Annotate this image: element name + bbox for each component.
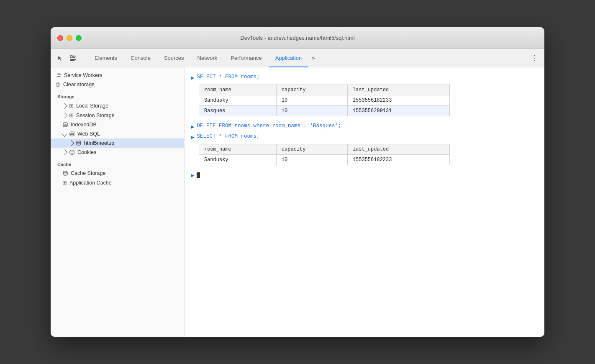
storage-section-label: Storage — [51, 89, 184, 101]
trash-icon: 🗑 — [56, 82, 61, 87]
devtools-menu-button[interactable]: ⋮ — [528, 49, 541, 67]
cookies-label: Cookies — [77, 149, 96, 155]
chevron-right-icon — [62, 103, 67, 108]
app-cache-label: Application Cache — [69, 180, 112, 186]
col-room-name-3: room_name — [199, 144, 277, 155]
tab-sources[interactable]: Sources — [157, 49, 191, 67]
tab-console[interactable]: Console — [124, 49, 157, 67]
maximize-button[interactable] — [76, 35, 82, 41]
main-panel[interactable]: ▶ SELECT * FROM rooms; room_name capacit… — [185, 67, 544, 337]
window-title: DevTools - andrew.hedges.name/html5/sql.… — [240, 35, 354, 41]
clear-storage-label: Clear storage — [63, 82, 95, 87]
indexeddb-label: IndexedDB — [71, 122, 97, 128]
svg-point-12 — [72, 151, 73, 152]
input-line[interactable]: ▶ — [191, 172, 538, 179]
cache-section-label: Cache — [51, 157, 184, 169]
cell-last-updated-3-1: 1553556182233 — [347, 155, 449, 165]
sidebar-item-local-storage[interactable]: ⊞ Local Storage — [51, 101, 184, 110]
cell-last-updated-1-2: 1553556290131 — [347, 106, 449, 116]
col-capacity-3: capacity — [276, 144, 347, 155]
close-button[interactable] — [57, 35, 63, 41]
query-2: ▶ DELETE FROM rooms where room_name = 'B… — [191, 123, 538, 130]
svg-rect-1 — [73, 56, 76, 56]
table-row: Sandusky 10 1553556182233 — [199, 95, 450, 106]
sidebar-item-html5meetup[interactable]: html5meetup — [51, 138, 184, 148]
sidebar-item-cache-storage[interactable]: Cache Storage — [51, 169, 184, 178]
svg-point-7 — [70, 132, 74, 133]
service-workers-label: Service Workers — [64, 72, 102, 78]
table-row: Basques 10 1553556290131 — [199, 106, 450, 116]
query-2-text: DELETE FROM rooms where room_name = 'Bas… — [197, 123, 341, 129]
devtools-window: DevTools - andrew.hedges.name/html5/sql.… — [51, 27, 544, 337]
input-prompt: ▶ — [191, 172, 194, 179]
cell-room-name-1-1: Sandusky — [199, 95, 277, 106]
svg-rect-0 — [70, 56, 72, 58]
col-last-updated-1: last_updated — [347, 85, 449, 95]
query-1-text: SELECT * FROM rooms; — [197, 74, 260, 80]
cell-room-name-3-1: Sandusky — [199, 155, 277, 165]
minimize-button[interactable] — [67, 35, 72, 41]
svg-point-8 — [77, 141, 81, 143]
tab-elements[interactable]: Elements — [88, 49, 124, 67]
html5meetup-icon — [76, 140, 82, 146]
query-3: ▶ SELECT * FROM rooms; — [191, 133, 538, 141]
query-1-chevron[interactable]: ▶ — [191, 74, 195, 81]
svg-rect-3 — [70, 59, 76, 60]
cursor-icon[interactable] — [54, 52, 66, 64]
svg-point-13 — [71, 153, 72, 154]
title-bar: DevTools - andrew.hedges.name/html5/sql.… — [51, 27, 544, 49]
sidebar-item-app-cache[interactable]: ⊞ Application Cache — [51, 178, 184, 187]
cell-capacity-1-2: 10 — [276, 106, 347, 116]
sidebar-item-indexeddb[interactable]: IndexedDB — [51, 120, 184, 129]
svg-point-5 — [58, 73, 59, 75]
col-last-updated-3: last_updated — [347, 144, 449, 155]
chevron-right-icon-4 — [62, 149, 67, 155]
more-tabs-button[interactable]: » — [308, 49, 318, 67]
query-3-table: room_name capacity last_updated Sandusky… — [199, 144, 450, 165]
sidebar-item-service-workers[interactable]: Service Workers — [51, 71, 184, 80]
svg-rect-4 — [70, 60, 74, 61]
cell-capacity-3-1: 10 — [276, 155, 347, 165]
main-content: Service Workers 🗑 Clear storage Storage … — [51, 67, 544, 337]
session-storage-label: Session Storage — [76, 113, 115, 118]
websql-label: Web SQL — [77, 131, 100, 137]
sidebar-item-clear-storage[interactable]: 🗑 Clear storage — [51, 80, 184, 89]
svg-point-11 — [72, 153, 73, 154]
indexeddb-icon — [62, 122, 68, 128]
toolbar-icons — [54, 49, 85, 67]
query-3-text: SELECT * FROM rooms; — [197, 133, 260, 139]
app-cache-icon: ⊞ — [62, 179, 67, 186]
sidebar: Service Workers 🗑 Clear storage Storage … — [51, 67, 185, 337]
chevron-right-icon-2 — [62, 112, 67, 118]
traffic-lights — [57, 35, 82, 41]
sidebar-item-websql[interactable]: Web SQL — [51, 129, 184, 138]
svg-point-6 — [63, 123, 67, 124]
query-1-table: room_name capacity last_updated Sandusky… — [199, 85, 450, 116]
tab-bar: Elements Console Sources Network Perform… — [51, 49, 544, 67]
query-2-chevron[interactable]: ▶ — [191, 123, 195, 130]
workers-icon — [56, 72, 62, 78]
session-storage-icon: ⊞ — [69, 112, 74, 118]
tab-application[interactable]: Application — [269, 49, 309, 67]
local-storage-icon: ⊞ — [69, 103, 74, 109]
chevron-right-icon-3 — [68, 140, 74, 146]
svg-rect-2 — [73, 57, 75, 58]
inspect-icon[interactable] — [67, 52, 79, 64]
query-3-chevron[interactable]: ▶ — [191, 134, 195, 141]
cell-room-name-1-2: Basques — [199, 106, 277, 116]
svg-point-14 — [63, 171, 67, 173]
cell-last-updated-1-1: 1553556182233 — [347, 95, 449, 106]
sidebar-item-cookies[interactable]: Cookies — [51, 148, 184, 157]
chevron-down-icon — [62, 131, 67, 137]
table-row: Sandusky 10 1553556182233 — [199, 155, 450, 165]
html5meetup-label: html5meetup — [84, 140, 114, 146]
sidebar-item-session-storage[interactable]: ⊞ Session Storage — [51, 110, 184, 120]
websql-icon — [69, 131, 75, 137]
query-1: ▶ SELECT * FROM rooms; — [191, 74, 538, 81]
cookies-icon — [69, 149, 75, 155]
tab-network[interactable]: Network — [191, 49, 224, 67]
tab-performance[interactable]: Performance — [224, 49, 268, 67]
col-capacity-1: capacity — [276, 85, 347, 95]
svg-point-9 — [70, 150, 74, 155]
local-storage-label: Local Storage — [76, 103, 108, 109]
